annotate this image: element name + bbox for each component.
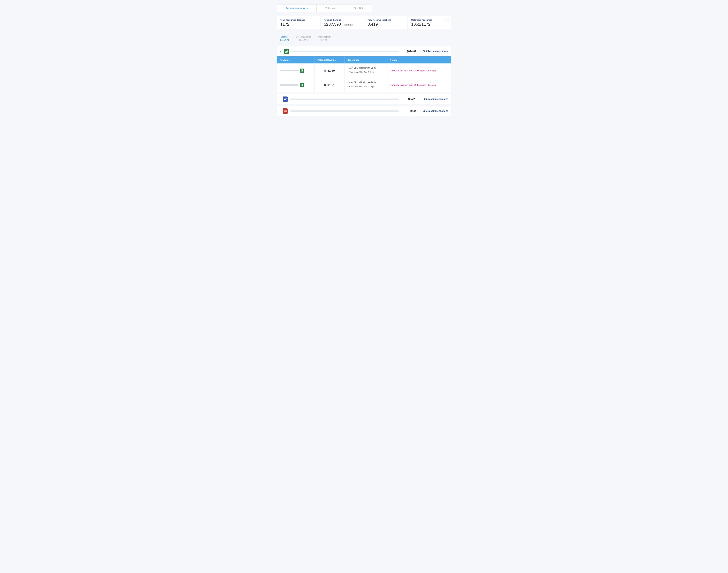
chevron-right-icon: ›: [280, 110, 281, 113]
resource-group-ec2-amount: $874.01: [402, 50, 416, 53]
row2-resource-content: [280, 83, 311, 87]
row1-resource-icon: [300, 68, 304, 72]
svg-rect-7: [284, 99, 286, 99]
col-potential-savings: Potential Savings: [314, 56, 344, 63]
row2-description-content: MAX CPU utilization: 44.74 % From past 9…: [347, 81, 384, 88]
stat-total-resources-label: Total Resources Scanned: [280, 19, 317, 21]
table-row: $482.40 MAX CPU utilization: 65.72 % Fro…: [277, 63, 451, 78]
stats-row: Total Resources Scanned 1172 Potential S…: [277, 16, 451, 30]
col-resource: Resource: [277, 56, 314, 63]
row1-desc-cpu: MAX CPU utilization: 65.72 %: [347, 66, 384, 69]
row2-resource-bar: [280, 85, 299, 86]
row2-description-cell: MAX CPU utilization: 44.74 % From past 9…: [344, 78, 387, 92]
subtabs-container: Cleaner ($23,534) Over-provisioned ($72,…: [277, 34, 451, 43]
tab-scheduler[interactable]: Scheduler: [317, 4, 345, 12]
resource-group-rds: › $24.28 36 Recommendations: [277, 94, 451, 104]
row2-resource-icon: [300, 83, 304, 87]
resource-group-s3-recs: 225 Recommendations: [422, 110, 448, 112]
svg-rect-5: [301, 85, 303, 86]
resource-group-ec2-bar: [291, 51, 399, 52]
row1-description-cell: MAX CPU utilization: 65.72 % From past 9…: [344, 63, 387, 78]
resource-group-s3-bar: [290, 110, 399, 112]
row1-action-cell: Downsize instance from c4.4xlarge to r6i…: [387, 63, 451, 78]
stat-potential-savings-monthly: (Monthly): [343, 23, 353, 26]
stat-total-recommendations: Total Recommendations 3,419: [364, 16, 408, 30]
svg-rect-8: [284, 100, 286, 100]
svg-rect-1: [286, 51, 287, 52]
svg-rect-9: [284, 110, 286, 112]
row2-action-cell: Downsize instance from c4.4xlarge to r6i…: [387, 78, 451, 92]
stat-potential-savings: Potential Savings $287,390 (Monthly): [321, 16, 364, 30]
ec2-table-header: Resource Potential Savings Description A…: [277, 56, 451, 63]
resource-group-s3-amount: $9.44: [402, 110, 416, 113]
row1-action-link[interactable]: Downsize instance from c4.4xlarge to r6i…: [390, 69, 448, 72]
chevron-right-icon: ›: [280, 98, 281, 101]
row2-action-link[interactable]: Downsize instance from c4.4xlarge to r6i…: [390, 83, 448, 87]
resource-group-ec2-recs: 606 Recommendations: [422, 50, 448, 53]
resource-group-rds-header[interactable]: › $24.28 36 Recommendations: [277, 94, 451, 104]
stat-optimized-resources: Optimized Resources 1051/1172 ↗: [408, 16, 451, 30]
s3-icon: [283, 108, 288, 114]
row2-savings-amount: $391.61: [318, 84, 341, 87]
page-container: Recommendations Scheduler SpotBot Total …: [277, 4, 451, 116]
col-description: Description: [344, 56, 387, 63]
svg-rect-6: [284, 98, 286, 99]
ec2-table: Resource Potential Savings Description A…: [277, 56, 451, 92]
resource-group-s3: › $9.44 225 Recommendations: [277, 106, 451, 116]
stat-total-recommendations-label: Total Recommendations: [368, 19, 404, 21]
resource-group-rds-recs: 36 Recommendations: [422, 98, 448, 100]
chevron-down-icon: ∨: [280, 50, 282, 53]
ec2-icon: [284, 49, 289, 54]
stat-total-recommendations-value: 3,419: [368, 22, 404, 27]
row1-description-content: MAX CPU utilization: 65.72 % From past 9…: [347, 66, 384, 74]
subtab-modernization[interactable]: Modernization ($18,664): [315, 34, 335, 43]
stat-potential-savings-value: $287,390 (Monthly): [324, 22, 360, 27]
row2-desc-period: From past 9 Months, 6 Days: [347, 85, 384, 88]
tab-spotbot[interactable]: SpotBot: [345, 4, 372, 12]
resource-group-rds-bar: [290, 99, 399, 100]
col-action: Action: [387, 56, 451, 63]
stat-optimized-resources-value: 1051/1172: [411, 22, 448, 27]
stat-total-resources-value: 1172: [280, 22, 317, 27]
svg-rect-3: [301, 70, 303, 71]
row2-desc-cpu: MAX CPU utilization: 44.74 %: [347, 81, 384, 84]
row1-resource-cell: [277, 63, 314, 78]
row1-savings-cell: $482.40: [314, 63, 344, 78]
table-row: $391.61 MAX CPU utilization: 44.74 % Fro…: [277, 78, 451, 92]
row2-resource-cell: [277, 78, 314, 92]
stat-total-resources: Total Resources Scanned 1172: [277, 16, 321, 30]
resource-group-ec2: ∨ $874.01 606 Recommendations Resource P…: [277, 46, 451, 92]
subtab-over-provisioned[interactable]: Over-provisioned ($72,540): [292, 34, 315, 43]
row1-resource-bar: [280, 70, 299, 71]
row2-savings-cell: $391.61: [314, 78, 344, 92]
rds-icon: [283, 97, 288, 102]
tabs-container: Recommendations Scheduler SpotBot: [277, 4, 372, 12]
tab-recommendations[interactable]: Recommendations: [277, 4, 317, 12]
resource-group-rds-amount: $24.28: [402, 98, 416, 101]
row1-desc-period: From past 9 Months, 6 Days: [347, 70, 384, 74]
optimized-resources-link-icon[interactable]: ↗: [445, 18, 449, 22]
resource-group-ec2-header[interactable]: ∨ $874.01 606 Recommendations: [277, 46, 451, 56]
row1-resource-content: [280, 68, 311, 72]
subtab-cleaner[interactable]: Cleaner ($23,534): [277, 34, 292, 43]
resource-group-s3-header[interactable]: › $9.44 225 Recommendations: [277, 106, 451, 116]
row1-savings-amount: $482.40: [318, 69, 341, 72]
stat-potential-savings-label: Potential Savings: [324, 19, 360, 21]
stat-optimized-resources-label: Optimized Resources: [411, 19, 448, 21]
